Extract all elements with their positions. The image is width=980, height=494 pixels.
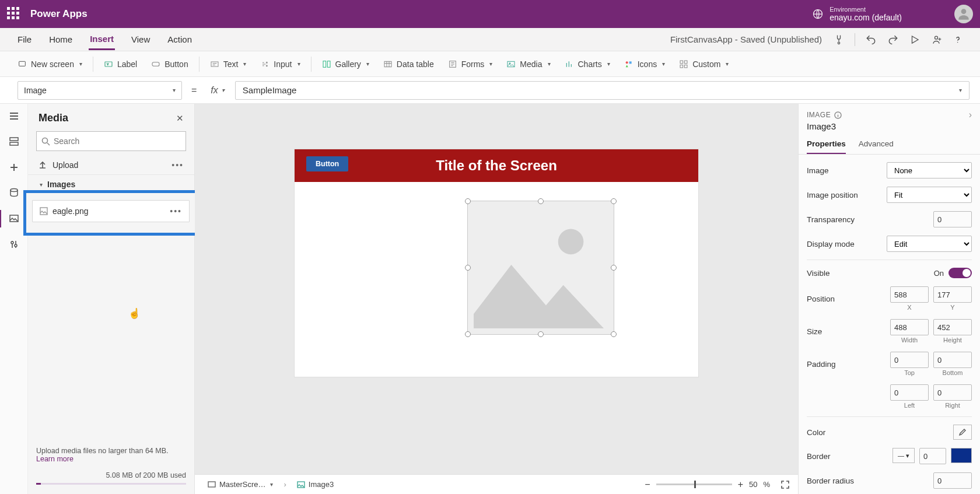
- design-surface[interactable]: Button Title of the Screen: [295, 149, 698, 377]
- zoom-slider[interactable]: [656, 484, 732, 485]
- height-input[interactable]: 452: [933, 319, 972, 335]
- tree-view-icon[interactable]: [8, 135, 20, 148]
- media-panel: Media ✕ Upload ••• ▾ Images eagle.png: [28, 104, 195, 494]
- color-swatch[interactable]: [953, 425, 972, 440]
- hamburger-icon[interactable]: [8, 110, 20, 122]
- resize-handle[interactable]: [465, 265, 471, 271]
- visible-toggle[interactable]: [949, 268, 972, 278]
- resize-handle[interactable]: [611, 265, 617, 271]
- undo-icon[interactable]: [865, 34, 877, 45]
- fit-to-window-icon[interactable]: [780, 480, 790, 489]
- chevron-down-icon: ▾: [40, 181, 43, 188]
- search-input[interactable]: [54, 136, 181, 146]
- pad-left-input[interactable]: 0: [890, 384, 929, 401]
- media-pane-icon[interactable]: [8, 212, 20, 225]
- data-icon[interactable]: [8, 187, 20, 199]
- svg-rect-24: [10, 142, 18, 145]
- prop-transparency-input[interactable]: 0: [933, 211, 972, 227]
- forms-button[interactable]: Forms▾: [441, 57, 500, 72]
- user-avatar[interactable]: [954, 5, 973, 23]
- border-style-select[interactable]: — ▾: [892, 448, 915, 463]
- width-input[interactable]: 488: [890, 319, 929, 335]
- data-table-button[interactable]: Data table: [376, 57, 441, 72]
- advanced-tools-icon[interactable]: [8, 238, 20, 251]
- environment-picker[interactable]: Environment enayu.com (default): [830, 6, 902, 22]
- control-name[interactable]: Image3: [799, 121, 980, 135]
- prop-image-position-select[interactable]: Fit: [887, 187, 972, 203]
- media-search[interactable]: [36, 131, 186, 151]
- menu-insert[interactable]: Insert: [89, 29, 115, 50]
- text-button[interactable]: Text▾: [203, 57, 254, 72]
- zoom-out-icon[interactable]: −: [645, 479, 650, 490]
- fx-label[interactable]: fx▾: [206, 85, 229, 96]
- tab-advanced[interactable]: Advanced: [859, 135, 894, 154]
- canvas-area[interactable]: Button Title of the Screen: [195, 104, 798, 494]
- image-control[interactable]: [467, 201, 614, 335]
- chevron-right-icon[interactable]: ›: [969, 110, 972, 120]
- images-section-header[interactable]: ▾ Images: [28, 175, 194, 189]
- property-dropdown[interactable]: Image ▾: [18, 81, 182, 100]
- menu-action[interactable]: Action: [166, 30, 193, 49]
- svg-point-3: [935, 36, 938, 39]
- icons-button[interactable]: Icons▾: [617, 57, 672, 72]
- formula-input[interactable]: SampleImage ▾: [235, 81, 970, 100]
- resize-handle[interactable]: [611, 198, 617, 204]
- info-icon[interactable]: [834, 111, 842, 119]
- play-icon[interactable]: [909, 34, 920, 45]
- expand-formula-icon[interactable]: ▾: [959, 87, 962, 93]
- pos-y-input[interactable]: 177: [933, 286, 972, 303]
- menu-home[interactable]: Home: [48, 30, 74, 49]
- media-button[interactable]: Media▾: [499, 57, 557, 72]
- charts-button[interactable]: Charts▾: [558, 57, 617, 72]
- label-button[interactable]: Label: [97, 57, 144, 72]
- resize-handle[interactable]: [611, 331, 617, 337]
- gallery-button[interactable]: Gallery▾: [315, 57, 376, 72]
- file-name: eagle.png: [52, 206, 89, 216]
- pad-top-input[interactable]: 0: [890, 352, 929, 368]
- pad-bottom-input[interactable]: 0: [933, 352, 972, 368]
- share-icon[interactable]: [930, 34, 942, 45]
- waffle-icon[interactable]: [7, 7, 21, 21]
- menu-view[interactable]: View: [130, 30, 151, 49]
- resize-handle[interactable]: [465, 331, 471, 337]
- prop-border-radius-label: Border radius: [807, 477, 854, 485]
- canvas-button[interactable]: Button: [306, 156, 348, 171]
- app-checker-icon[interactable]: [833, 34, 845, 45]
- file-more-icon[interactable]: •••: [170, 206, 182, 216]
- input-button[interactable]: Input▾: [253, 57, 307, 72]
- pad-right-input[interactable]: 0: [933, 384, 972, 401]
- media-file-item[interactable]: eagle.png •••: [32, 200, 190, 222]
- insert-pane-icon[interactable]: [8, 161, 20, 174]
- breadcrumb-control[interactable]: Image3: [292, 478, 338, 491]
- custom-button[interactable]: Custom▾: [672, 57, 736, 72]
- svg-point-29: [43, 138, 48, 143]
- zoom-in-icon[interactable]: +: [738, 479, 743, 490]
- help-icon[interactable]: [953, 34, 963, 45]
- more-icon[interactable]: •••: [172, 160, 184, 170]
- zoom-control[interactable]: − + 50 %: [645, 479, 790, 490]
- section-label: Images: [47, 180, 75, 189]
- resize-handle[interactable]: [538, 198, 544, 204]
- svg-point-1: [961, 9, 967, 14]
- button-button[interactable]: Button: [144, 57, 195, 72]
- close-icon[interactable]: ✕: [176, 113, 184, 124]
- border-width-input[interactable]: 0: [919, 448, 946, 464]
- resize-handle[interactable]: [465, 198, 471, 204]
- new-screen-button[interactable]: New screen▾: [10, 57, 89, 72]
- prop-display-mode-select[interactable]: Edit: [887, 236, 972, 252]
- redo-icon[interactable]: [887, 34, 899, 45]
- menu-file[interactable]: File: [16, 30, 33, 49]
- app-title: Power Apps: [30, 8, 88, 20]
- env-label: Environment: [830, 6, 866, 13]
- svg-rect-7: [152, 62, 159, 66]
- selected-media-highlight: eagle.png •••: [23, 190, 198, 236]
- breadcrumb-screen[interactable]: MasterScre… ▾: [203, 478, 278, 491]
- border-color-swatch[interactable]: [951, 448, 972, 463]
- prop-image-select[interactable]: None: [887, 162, 972, 178]
- learn-more-link[interactable]: Learn more: [36, 455, 74, 463]
- tab-properties[interactable]: Properties: [807, 135, 846, 154]
- upload-button[interactable]: Upload: [38, 160, 78, 170]
- border-radius-input[interactable]: 0: [933, 472, 972, 489]
- resize-handle[interactable]: [538, 331, 544, 337]
- pos-x-input[interactable]: 588: [890, 286, 929, 303]
